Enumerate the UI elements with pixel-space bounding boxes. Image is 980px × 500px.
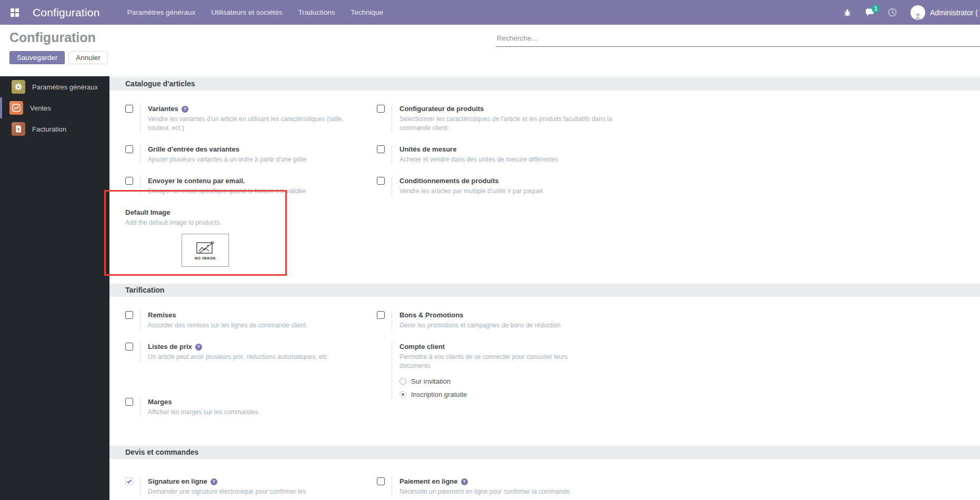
control-panel: Configuration Sauvegarder Annuler (0, 25, 980, 76)
radio-inscription-gratuite[interactable]: Inscription gratuite (399, 391, 581, 398)
user-menu[interactable]: Administrator ( (911, 5, 978, 20)
compte-client-options: Sur invitation Inscription gratuite (399, 377, 581, 398)
settings-content: Catalogue d'articles Variantes Vendre le… (109, 76, 980, 500)
avatar (911, 5, 925, 20)
setting-label: Conditionnements de produits (399, 176, 543, 186)
divider (140, 104, 141, 133)
setting-desc: Accorder des remises sur les lignes de c… (148, 321, 307, 330)
checkbox-envoyer-email[interactable] (125, 177, 133, 185)
no-image-text: NO IMAGE (195, 256, 216, 260)
bug-icon[interactable] (843, 8, 852, 17)
divider (140, 342, 141, 362)
setting-signature-en-ligne: Signature en ligne Demander une signatur… (125, 477, 377, 496)
sales-chart-icon (9, 101, 23, 115)
checkbox-unites[interactable] (377, 145, 385, 153)
setting-desc: Envoyer un email spécifique quand la fac… (148, 187, 306, 196)
checkbox-paiement[interactable] (377, 477, 385, 485)
cancel-button[interactable]: Annuler (68, 51, 108, 64)
sidebar-item-ventes[interactable]: Ventes (0, 97, 109, 118)
sidebar-item-facturation[interactable]: $ Facturation (0, 118, 109, 139)
setting-desc: Permettre à vos clients de se connecter … (399, 353, 581, 371)
no-image-icon (196, 241, 215, 255)
section-header-catalogue: Catalogue d'articles (109, 77, 980, 91)
divider (392, 342, 392, 398)
help-icon[interactable] (211, 478, 217, 485)
sidebar-item-label: Paramètres généraux (32, 83, 98, 91)
checkbox-conditionnements[interactable] (377, 177, 385, 185)
sidebar-item-parametres-generaux[interactable]: Paramètres généraux (0, 76, 109, 97)
help-icon[interactable] (461, 478, 468, 485)
sidebar-item-label: Facturation (32, 125, 66, 133)
setting-unites-mesure: Unités de mesure Acheter et vendre dans … (377, 145, 661, 164)
setting-compte-client: Compte client Permettre à vos clients de… (377, 342, 661, 398)
search-box (496, 33, 980, 47)
checkbox-grille[interactable] (125, 145, 133, 153)
divider (392, 311, 392, 330)
messages-count-badge: 1 (872, 5, 880, 13)
setting-desc: Vendre les variantes d'un article en uti… (148, 115, 348, 133)
menu-item-traductions[interactable]: Traductions (298, 8, 335, 16)
invoice-icon: $ (12, 122, 25, 136)
setting-label: Variantes (148, 105, 178, 113)
setting-label: Compte client (399, 342, 581, 352)
setting-desc: Gérer les promotions et campagnes de bon… (399, 321, 561, 330)
setting-label: Bons & Promotions (399, 311, 561, 320)
menu-item-utilisateurs-societes[interactable]: Utilisateurs et sociétés (211, 8, 282, 16)
menu-item-technique[interactable]: Technique (351, 8, 383, 16)
setting-desc: Demander une signature électronique pour… (148, 487, 306, 496)
divider (140, 477, 141, 496)
divider (140, 311, 141, 330)
messages-icon[interactable]: 1 (865, 8, 874, 16)
checkbox-bons-promotions[interactable] (377, 311, 385, 319)
setting-desc: Un article peut avoir plusieurs prix, ré… (148, 353, 329, 362)
setting-listes-de-prix: Listes de prix Un article peut avoir plu… (125, 342, 377, 362)
odoo-settings-page: Configuration Paramètres généraux Utilis… (0, 0, 980, 500)
checkbox-variantes[interactable] (125, 105, 133, 113)
activities-clock-icon[interactable] (888, 8, 897, 17)
divider (392, 477, 392, 496)
radio-sur-invitation[interactable]: Sur invitation (399, 377, 581, 385)
setting-desc: Vendre les articles par multiple d'unité… (399, 187, 543, 196)
divider (392, 145, 392, 164)
setting-desc: Acheter et vendre dans des unités de mes… (399, 155, 558, 164)
checkbox-listes-prix[interactable] (125, 343, 133, 351)
setting-label: Unités de mesure (399, 145, 558, 154)
settings-sidebar: Paramètres généraux Ventes $ Facturation (0, 76, 109, 500)
default-image-upload[interactable]: NO IMAGE (182, 234, 229, 267)
checkbox-configurateur[interactable] (377, 105, 385, 113)
search-input[interactable] (496, 33, 980, 47)
setting-grille-variantes: Grille d'entrée des variantes Ajouter pl… (125, 145, 377, 164)
setting-label: Signature en ligne (148, 477, 207, 485)
setting-configurateur: Configurateur de produits Sélectionner l… (377, 104, 661, 133)
menu-item-parametres-generaux[interactable]: Paramètres généraux (127, 8, 196, 16)
setting-paiement-en-ligne: Paiement en ligne Nécessite un paiement … (377, 477, 661, 496)
section-header-tarification: Tarification (109, 284, 980, 297)
checkbox-marges[interactable] (125, 398, 133, 406)
setting-label: Remises (148, 311, 307, 320)
radio-label: Sur invitation (411, 377, 451, 385)
setting-label: Default Image (125, 208, 288, 217)
radio-icon[interactable] (399, 378, 406, 385)
gear-icon (12, 80, 25, 94)
setting-desc: Ajouter plusieurs variantes à un ordre à… (148, 155, 306, 164)
setting-label: Envoyer le contenu par email. (148, 176, 306, 186)
top-navbar: Configuration Paramètres généraux Utilis… (0, 0, 980, 25)
setting-envoyer-email: Envoyer le contenu par email. Envoyer un… (125, 176, 377, 196)
topbar-right: 1 Administrator ( (843, 5, 980, 20)
help-icon[interactable] (182, 106, 188, 113)
setting-desc: Nécessite un paiement en ligne pour conf… (399, 487, 572, 496)
radio-label: Inscription gratuite (411, 391, 467, 398)
setting-desc: Sélectionner les caractéristiques de l'a… (399, 115, 621, 133)
apps-menu-icon[interactable] (11, 8, 19, 17)
help-icon[interactable] (195, 344, 202, 351)
user-name: Administrator ( (930, 8, 978, 17)
sidebar-item-label: Ventes (30, 104, 51, 112)
divider (392, 104, 392, 133)
radio-icon[interactable] (399, 391, 406, 398)
setting-label: Paiement en ligne (399, 477, 458, 485)
checkbox-remises[interactable] (125, 311, 133, 319)
save-button[interactable]: Sauvegarder (9, 51, 65, 64)
checkbox-signature[interactable] (125, 477, 133, 485)
app-title[interactable]: Configuration (33, 6, 100, 19)
setting-label: Listes de prix (148, 343, 192, 351)
